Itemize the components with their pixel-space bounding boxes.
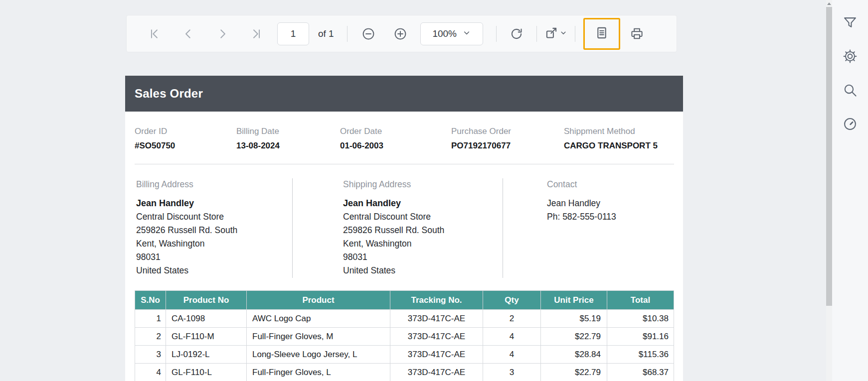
toolbar-divider [496,26,497,42]
col-header-total: Total [607,291,674,310]
refresh-icon [510,27,523,40]
vertical-scrollbar[interactable] [826,0,832,381]
shipment-method-value: CARGO TRANSPORT 5 [564,141,658,151]
toolbar-divider [536,26,537,42]
zoom-in-button[interactable] [390,24,410,44]
refresh-button[interactable] [507,24,526,44]
last-page-icon [251,28,262,39]
vertical-divider [292,178,293,278]
cell-sno: 3 [135,346,166,364]
zoom-level-dropdown[interactable]: 100% [420,22,483,45]
billing-address-line: 259826 Russell Rd. South [136,224,237,237]
cell-unit-price: $22.79 [541,364,607,381]
cell-total: $115.36 [607,346,674,364]
billing-address-line: Kent, Washington [136,237,237,251]
purchase-order-field: Purchase Order PO7192170677 [451,127,511,151]
cell-total: $68.37 [607,364,674,381]
billing-address-line: 98031 [136,251,237,264]
shipping-address-name: Jean Handley [343,197,444,210]
print-layout-button-highlighted[interactable] [583,18,620,50]
table-row: 3 LJ-0192-L Long-Sleeve Logo Jersey, L 3… [135,346,674,364]
parameters-filter-button[interactable] [839,12,861,34]
chevron-down-icon [463,28,471,39]
cell-product-no: GL-F110-L [166,364,247,381]
shipment-method-label: Shippment Method [564,127,658,136]
cell-unit-price: $5.19 [541,310,607,328]
section-divider [135,164,674,164]
last-page-button[interactable] [246,24,266,44]
col-header-unit-price: Unit Price [541,291,607,310]
shipping-address-line: United States [343,264,444,277]
cell-unit-price: $22.79 [541,328,607,346]
page-count-label: of 1 [318,28,334,39]
order-items-table: S.No Product No Product Tracking No. Qty… [135,290,674,381]
table-header-row: S.No Product No Product Tracking No. Qty… [135,291,674,310]
cell-total: $10.38 [607,310,674,328]
shipping-address-line: 259826 Russell Rd. South [343,224,444,237]
first-page-icon [149,28,160,39]
report-title: Sales Order [135,87,203,101]
contact-block: Contact Jean Handley Ph: 582-555-0113 [547,179,616,224]
scrollbar-up-arrow-icon[interactable] [826,0,832,7]
report-viewer-toolbar: of 1 100% [126,15,677,52]
table-row: 4 GL-F110-L Full-Finger Gloves, L 373D-4… [135,364,674,381]
print-button[interactable] [627,24,647,44]
cell-qty: 4 [483,328,541,346]
contact-phone: Ph: 582-555-0113 [547,210,616,224]
shipping-address-heading: Shipping Address [343,179,444,190]
order-date-field: Order Date 01-06-2003 [340,127,383,151]
print-icon [630,27,644,40]
search-button[interactable] [839,80,861,102]
chevron-down-icon [560,29,567,38]
cell-product-no: LJ-0192-L [166,346,247,364]
cell-product: Full-Finger Gloves, L [247,364,390,381]
first-page-button[interactable] [145,24,165,44]
export-icon [545,26,558,41]
filter-icon [843,15,858,31]
cell-qty: 2 [483,310,541,328]
cell-product: Long-Sleeve Logo Jersey, L [247,346,390,364]
shipping-address-block: Shipping Address Jean Handley Central Di… [343,179,444,277]
purchase-order-value: PO7192170677 [451,141,511,151]
purchase-order-label: Purchase Order [451,127,511,136]
viewer-side-panel [832,0,868,381]
cell-unit-price: $28.84 [541,346,607,364]
order-id-label: Order ID [135,127,175,136]
scrollbar-thumb[interactable] [826,7,832,306]
billing-address-name: Jean Handley [136,197,237,210]
next-page-icon [217,28,228,39]
next-page-button[interactable] [212,24,232,44]
cell-total: $91.16 [607,328,674,346]
cell-product-no: GL-F110-M [166,328,247,346]
zoom-level-value: 100% [432,28,457,39]
previous-page-button[interactable] [178,24,198,44]
cell-product-no: CA-1098 [166,310,247,328]
previous-page-icon [183,28,194,39]
export-dropdown-button[interactable] [545,26,567,41]
zoom-out-icon [362,27,375,40]
vertical-divider [503,178,503,278]
cell-product: AWC Logo Cap [247,310,390,328]
cell-product: Full-Finger Gloves, M [247,328,390,346]
billing-address-block: Billing Address Jean Handley Central Dis… [136,179,237,277]
toolbar-divider [347,26,347,42]
zoom-out-button[interactable] [358,24,378,44]
billing-date-value: 13-08-2024 [236,141,280,151]
settings-button[interactable] [839,46,861,68]
performance-button[interactable] [839,114,861,135]
order-id-field: Order ID #SO50750 [135,127,175,151]
cell-tracking: 373D-417C-AE [390,310,483,328]
billing-address-heading: Billing Address [136,179,237,190]
page-number-input[interactable] [277,22,309,45]
toolbar-divider [575,26,575,42]
billing-address-line: United States [136,264,237,277]
search-icon [843,83,858,99]
billing-date-label: Billing Date [236,127,280,136]
col-header-product: Product [247,291,390,310]
cell-qty: 4 [483,346,541,364]
performance-gauge-icon [843,117,858,133]
col-header-tracking: Tracking No. [390,291,483,310]
cell-sno: 4 [135,364,166,381]
report-title-bar: Sales Order [125,76,683,112]
cell-sno: 2 [135,328,166,346]
